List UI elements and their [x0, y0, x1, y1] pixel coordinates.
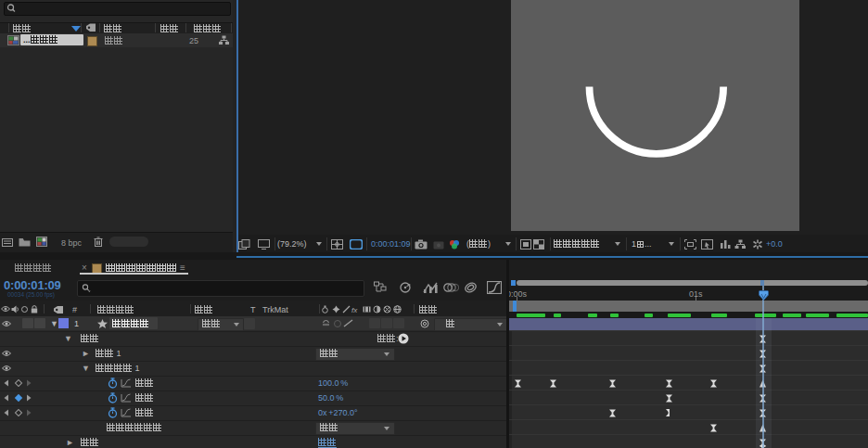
svg-text:fx: fx	[351, 306, 358, 314]
